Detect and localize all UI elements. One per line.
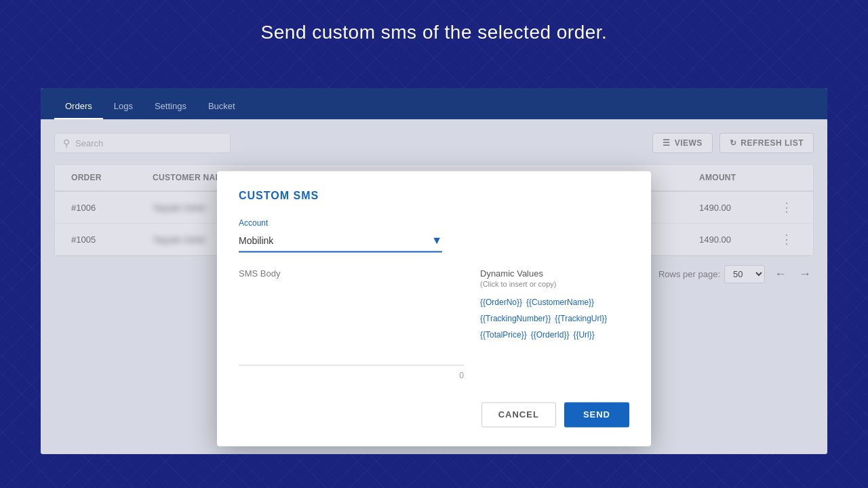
dynamic-tags: {{OrderNo}} {{CustomerName}} {{TrackingN… <box>480 296 629 341</box>
account-select[interactable]: Mobilink ▼ <box>239 230 442 252</box>
tag-orderid[interactable]: {{OrderId}} <box>531 329 570 341</box>
page-heading: Send custom sms of the selected order. <box>0 22 868 43</box>
cancel-button[interactable]: CANCEL <box>481 402 556 427</box>
dialog-body: SMS Body 0 Dynamic Values (Click to inse… <box>239 268 629 380</box>
dialog-title: CUSTOM SMS <box>239 190 629 202</box>
sms-body-label: SMS Body <box>239 268 464 279</box>
app-window: Orders Logs Settings Bucket ⚲ Search ☰ V… <box>41 88 827 454</box>
tabs-bar: Orders Logs Settings Bucket <box>41 88 827 119</box>
dialog-footer: CANCEL SEND <box>239 402 629 427</box>
account-value: Mobilink <box>239 235 273 246</box>
sms-body-column: SMS Body 0 <box>239 268 464 380</box>
tab-logs[interactable]: Logs <box>103 94 144 120</box>
send-button[interactable]: SEND <box>564 402 629 427</box>
tab-orders[interactable]: Orders <box>54 94 103 120</box>
account-field-group: Account Mobilink ▼ <box>239 218 629 252</box>
tab-settings[interactable]: Settings <box>144 94 197 120</box>
tag-trackingurl[interactable]: {{TrackingUrl}} <box>555 312 607 325</box>
char-count: 0 <box>239 371 464 380</box>
dynamic-values-column: Dynamic Values (Click to insert or copy)… <box>480 268 629 380</box>
dynamic-values-title: Dynamic Values <box>480 268 629 279</box>
tag-customername[interactable]: {{CustomerName}} <box>526 296 594 308</box>
account-label: Account <box>239 218 629 228</box>
tag-url[interactable]: {{Url}} <box>573 329 594 341</box>
dynamic-values-subtitle: (Click to insert or copy) <box>480 280 629 288</box>
tag-totalprice[interactable]: {{TotalPrice}} <box>480 329 527 341</box>
custom-sms-dialog: CUSTOM SMS Account Mobilink ▼ SMS Body 0 <box>217 171 651 446</box>
tag-trackingnumber[interactable]: {{TrackingNumber}} <box>480 312 551 325</box>
content-area: ⚲ Search ☰ VIEWS ↻ REFRESH LIST Order Cu… <box>41 119 827 454</box>
tab-bucket[interactable]: Bucket <box>197 94 246 120</box>
sms-body-textarea[interactable] <box>239 284 464 365</box>
chevron-down-icon: ▼ <box>431 235 442 247</box>
tag-orderno[interactable]: {{OrderNo}} <box>480 296 522 308</box>
